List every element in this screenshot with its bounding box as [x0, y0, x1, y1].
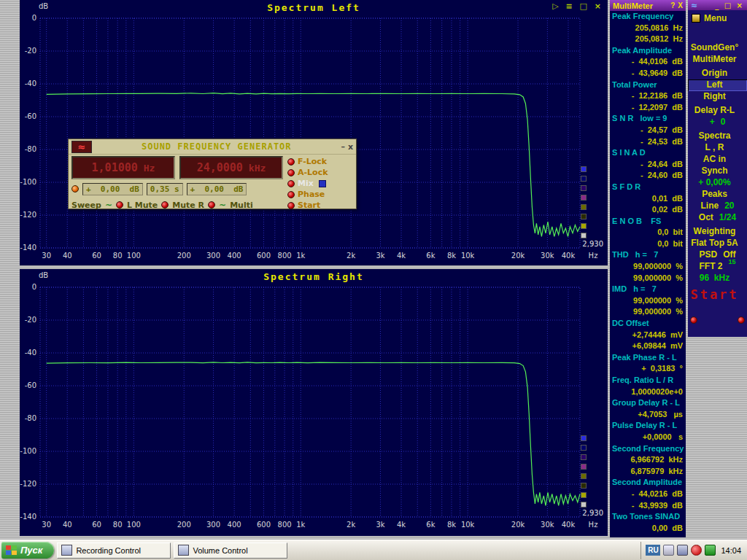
control-panel-item[interactable]: Synch	[688, 166, 747, 177]
minimize-icon[interactable]: –	[341, 142, 346, 152]
start-label: Пуск	[20, 545, 42, 556]
multimeter-title: MultiMeter	[613, 1, 667, 10]
close-icon[interactable]: x	[348, 142, 353, 152]
multimeter-row: 6,966792 kHz	[610, 455, 686, 467]
svg-text:600: 600	[257, 521, 271, 529]
spectrum-chart: 0-20-40-60-80-100-120-140dBHz30406080100…	[20, 0, 608, 265]
svg-text:10k: 10k	[461, 252, 475, 260]
control-panel-item[interactable]: Left	[688, 79, 747, 91]
svg-text:200: 200	[177, 521, 191, 529]
start-button[interactable]: Пуск	[1, 542, 54, 559]
multimeter-row: - 24,64 dB	[610, 160, 686, 171]
control-panel-titlebar[interactable]: ≈ _ □ ×	[688, 0, 747, 10]
control-panel-item[interactable]: Start	[688, 287, 747, 306]
tray-clock: 14:04	[721, 546, 741, 555]
tray-icon[interactable]	[663, 545, 674, 556]
multimeter-row: Two Tones SINAD	[610, 512, 686, 524]
spectrum-plot-window: Spectrum Left ▷ ≡ □ × 0-20-40-60-80-100-…	[20, 0, 608, 265]
alock-button[interactable]: A-Lock	[287, 168, 353, 177]
svg-text:Hz: Hz	[589, 521, 598, 529]
control-panel-item[interactable]: PSD Off	[688, 249, 747, 261]
multimeter-row: DC Offset	[610, 319, 686, 330]
tray-icon[interactable]	[691, 545, 702, 556]
multimeter-titlebar[interactable]: MultiMeter ? X	[610, 0, 686, 11]
plots-column: Spectrum Left ▷ ≡ □ × 0-20-40-60-80-100-…	[20, 0, 608, 536]
legend-swatch	[581, 176, 587, 182]
tray-language-indicator[interactable]: RU	[646, 545, 660, 556]
close-icon[interactable]: X	[678, 1, 683, 9]
multimeter-row: 99,000000 %	[610, 296, 686, 308]
left-mute-button[interactable]: L Mute	[127, 201, 158, 210]
svg-text:300: 300	[206, 252, 220, 260]
control-panel-item[interactable]: Peaks	[688, 189, 747, 201]
control-panel-item[interactable]: L , R	[688, 142, 747, 154]
multimeter-row: S N R low = 9	[610, 114, 686, 125]
svg-text:4k: 4k	[397, 252, 406, 260]
svg-text:-40: -40	[25, 349, 36, 357]
frequency-display-2[interactable]: 24,0000 kHz	[179, 156, 283, 179]
multimeter-row: Total Power	[610, 80, 686, 92]
control-panel-item[interactable]: Right	[688, 91, 747, 103]
window-controls[interactable]: _ □ ×	[715, 1, 744, 9]
multimeter-row: 0,0 bit	[610, 239, 686, 251]
generator-window-buttons[interactable]: – x	[341, 142, 353, 152]
frequency-value-2: 24,0000	[197, 161, 243, 174]
multimeter-row: - 24,57 dB	[610, 125, 686, 137]
task-button[interactable]: Volume Control	[174, 542, 287, 559]
tray-icon[interactable]	[705, 545, 716, 556]
task-button[interactable]: Recording Control	[57, 542, 171, 559]
flock-button[interactable]: F-Lock	[287, 157, 353, 166]
speaker-icon	[61, 545, 72, 556]
multimeter-row: S I N A D	[610, 148, 686, 160]
svg-text:30: 30	[42, 521, 51, 529]
svg-text:40: 40	[63, 252, 72, 260]
svg-text:30k: 30k	[541, 521, 554, 529]
menu-button[interactable]: Menu	[688, 10, 747, 23]
legend-swatch	[581, 473, 587, 479]
app-icon: ≈	[691, 1, 697, 10]
menu-label: Menu	[704, 13, 727, 23]
multimeter-row: Peak Frequency	[610, 12, 686, 23]
right-mute-button[interactable]: Mute R	[172, 201, 204, 210]
legend-swatches	[581, 435, 587, 508]
multimeter-row: 1,0000020e+0	[610, 387, 686, 399]
generator-start-button[interactable]: Start	[287, 201, 353, 210]
sweep-time-display[interactable]: 0,35 s	[147, 183, 183, 195]
control-panel-item[interactable]: FFT 2 15	[688, 261, 747, 273]
multi-button[interactable]: Multi	[230, 201, 253, 210]
legend-swatch	[581, 483, 587, 489]
legend-swatch	[581, 502, 587, 508]
speaker-icon	[178, 545, 189, 556]
multimeter-row: 0,02 dB	[610, 205, 686, 217]
generator-titlebar[interactable]: ≈ SOUND FREQUENCY GENERATOR – x	[69, 139, 356, 155]
multimeter-row: Peak Phase R - L	[610, 353, 686, 365]
legend-swatch	[581, 195, 587, 201]
control-panel-item[interactable]: Oct 1/24	[688, 212, 747, 224]
multimeter-row: Freq. Ratio L / R	[610, 376, 686, 387]
control-panel-item[interactable]: SoundGen°	[688, 42, 747, 54]
frequency-display-1[interactable]: 1,01000 Hz	[71, 156, 175, 179]
control-panel-item[interactable]: Line 20	[688, 201, 747, 212]
tray-icon[interactable]	[677, 545, 688, 556]
sweep-button[interactable]: Sweep	[71, 201, 101, 210]
svg-text:-20: -20	[25, 316, 36, 324]
mix-button[interactable]: Mix	[287, 179, 353, 188]
legend-swatch	[581, 214, 587, 219]
svg-text:-140: -140	[20, 513, 36, 521]
multimeter-row: - 24,53 dB	[610, 137, 686, 149]
control-panel-item[interactable]: 96 kHz	[688, 273, 747, 284]
svg-text:300: 300	[206, 521, 220, 529]
phase-button[interactable]: Phase	[287, 190, 353, 199]
control-panel-item[interactable]: AC in	[688, 154, 747, 166]
control-panel-item[interactable]: Flat Top 5A	[688, 238, 747, 249]
level-left-display[interactable]: + 0,00 dB	[82, 183, 143, 195]
sine-icon: ~	[105, 200, 112, 210]
help-icon[interactable]: ?	[670, 1, 675, 9]
generator-logo-icon: ≈	[71, 141, 92, 153]
svg-text:-140: -140	[20, 244, 36, 252]
status-led-left	[690, 316, 697, 324]
legend-swatch	[581, 166, 587, 172]
svg-text:10k: 10k	[461, 521, 475, 529]
level-right-display[interactable]: + 0,00 dB	[187, 183, 247, 195]
control-panel-item[interactable]: MultiMeter	[688, 54, 747, 66]
